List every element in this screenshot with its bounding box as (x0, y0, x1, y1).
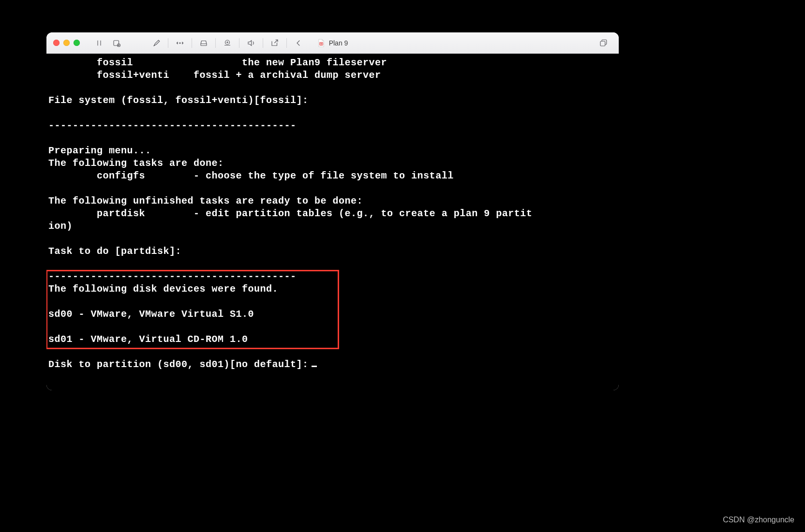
console-line: File system (fossil, fossil+venti)[fossi… (48, 95, 309, 106)
terminal-console[interactable]: fossil the new Plan9 fileserver fossil+v… (46, 54, 619, 390)
separator-icon (263, 38, 263, 48)
svg-rect-7 (600, 41, 605, 46)
console-line: The following tasks are done: (48, 158, 224, 169)
separator-icon (215, 38, 216, 48)
pause-button[interactable] (90, 36, 108, 50)
console-line: Disk to partition (sd00, sd01)[no defaul… (48, 359, 309, 370)
svg-point-2 (179, 43, 180, 44)
svg-rect-0 (114, 40, 119, 45)
snapshot-button[interactable] (108, 36, 125, 50)
titlebar: Plan 9 (46, 32, 619, 54)
console-line: ion) (48, 221, 73, 232)
svg-point-6 (320, 43, 322, 44)
svg-rect-5 (319, 42, 322, 45)
multiwindow-button[interactable] (595, 36, 612, 50)
window-title: Plan 9 (46, 39, 619, 47)
window-title-text: Plan 9 (329, 39, 348, 47)
console-line: configfs - choose the type of file syste… (48, 170, 454, 181)
console-line: Task to do [partdisk]: (48, 246, 181, 257)
svg-point-3 (225, 40, 230, 44)
console-line: The following disk devices were found. (48, 283, 278, 295)
sound-button[interactable] (242, 36, 260, 50)
back-button[interactable] (290, 36, 307, 50)
toolbar-left (90, 36, 125, 50)
disk-button[interactable] (195, 36, 212, 50)
console-line: fossil the new Plan9 fileserver (48, 57, 387, 68)
resize-button[interactable] (171, 36, 189, 50)
svg-point-4 (227, 42, 228, 43)
settings-button[interactable] (148, 36, 165, 50)
text-cursor (312, 366, 317, 367)
console-line: ----------------------------------------… (48, 120, 297, 131)
separator-icon (286, 38, 287, 48)
console-line: Preparing menu... (48, 145, 151, 156)
close-icon[interactable] (53, 40, 60, 46)
separator-icon (192, 38, 192, 48)
console-line: ----------------------------------------… (48, 271, 297, 282)
window-traffic-lights (53, 40, 80, 46)
document-icon (317, 39, 325, 47)
separator-icon (239, 38, 239, 48)
minimize-icon[interactable] (63, 40, 70, 46)
console-line: sd01 - VMware, Virtual CD-ROM 1.0 (48, 334, 248, 345)
console-line: partdisk - edit partition tables (e.g., … (48, 208, 532, 219)
console-line: fossil+venti fossil + a archival dump se… (48, 70, 381, 81)
zoom-icon[interactable] (74, 40, 80, 46)
toolbar-mid (148, 36, 307, 50)
share-button[interactable] (266, 36, 283, 50)
console-line: sd00 - VMware, VMware Virtual S1.0 (48, 309, 254, 320)
separator-icon (168, 38, 168, 48)
console-line: The following unfinished tasks are ready… (48, 195, 363, 207)
vm-window: Plan 9 fossil the new Plan9 fileserver f… (46, 32, 619, 390)
watermark-text: CSDN @zhonguncle (723, 516, 794, 524)
cdrom-button[interactable] (219, 36, 236, 50)
